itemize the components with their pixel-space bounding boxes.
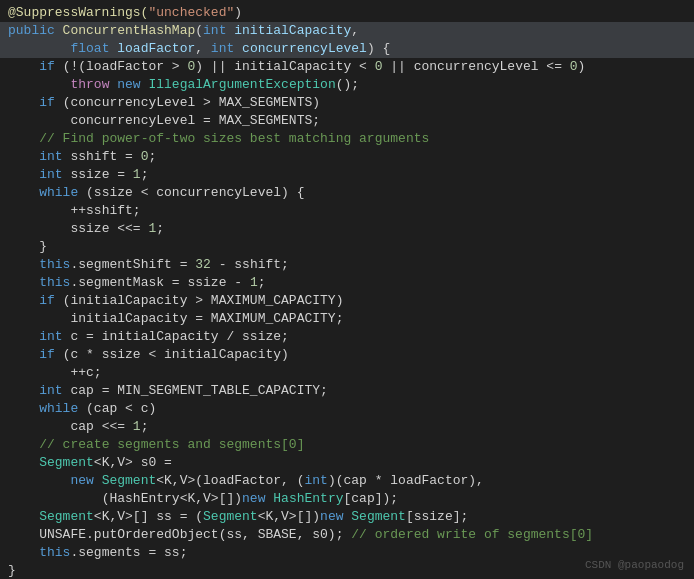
code-line: } — [0, 238, 694, 256]
code-line: int ssize = 1; — [0, 166, 694, 184]
code-token: new — [320, 509, 351, 524]
code-token: new — [117, 77, 148, 92]
code-token — [8, 419, 70, 434]
code-token: 32 — [195, 257, 211, 272]
watermark: CSDN @paopaodog — [585, 559, 684, 571]
code-token: ++c; — [70, 365, 101, 380]
code-line: float loadFactor, int concurrencyLevel) … — [0, 40, 694, 58]
code-token: ConcurrentHashMap — [63, 23, 196, 38]
code-line: (HashEntry<K,V>[])new HashEntry[cap]); — [0, 490, 694, 508]
code-line: throw new IllegalArgumentException(); — [0, 76, 694, 94]
code-token: sshift = — [70, 149, 140, 164]
code-token: initialCapacity = MAXIMUM_CAPACITY; — [70, 311, 343, 326]
code-token: // Find power-of-two sizes best matching… — [39, 131, 429, 146]
code-token — [8, 203, 70, 218]
code-token: c = initialCapacity / ssize; — [70, 329, 288, 344]
code-line: ssize <<= 1; — [0, 220, 694, 238]
code-token: <K,V>(loadFactor, ( — [156, 473, 304, 488]
code-token — [8, 383, 39, 398]
code-token: UNSAFE.putOrderedObject(ss, SBASE, s0); — [39, 527, 351, 542]
code-token: (ssize < concurrencyLevel) { — [78, 185, 304, 200]
code-token: initialCapacity — [234, 23, 351, 38]
code-token — [8, 59, 39, 74]
code-token: ; — [148, 149, 156, 164]
code-line: Segment<K,V>[] ss = (Segment<K,V>[])new … — [0, 508, 694, 526]
code-token: (c * ssize < initialCapacity) — [55, 347, 289, 362]
code-line: @SuppressWarnings("unchecked") — [0, 4, 694, 22]
code-token: Segment — [39, 455, 94, 470]
code-line: cap <<= 1; — [0, 418, 694, 436]
code-token: [cap]); — [344, 491, 399, 506]
code-token: cap = MIN_SEGMENT_TABLE_CAPACITY; — [70, 383, 327, 398]
code-token — [8, 509, 39, 524]
code-token — [8, 221, 70, 236]
code-token: ssize <<= — [70, 221, 148, 236]
code-token: (concurrencyLevel > MAX_SEGMENTS) — [55, 95, 320, 110]
code-line: this.segmentShift = 32 - sshift; — [0, 256, 694, 274]
code-line: concurrencyLevel = MAX_SEGMENTS; — [0, 112, 694, 130]
code-token: <K,V>[]) — [258, 509, 320, 524]
code-token: int — [39, 167, 70, 182]
code-token: (!(loadFactor > — [55, 59, 188, 74]
code-token: ) || initialCapacity < — [195, 59, 374, 74]
code-token: Segment — [351, 509, 406, 524]
code-token — [8, 365, 70, 380]
code-line: public ConcurrentHashMap(int initialCapa… — [0, 22, 694, 40]
code-token: Segment — [102, 473, 157, 488]
code-token — [8, 95, 39, 110]
code-token — [8, 527, 39, 542]
code-token: int — [304, 473, 327, 488]
code-line: this.segmentMask = ssize - 1; — [0, 274, 694, 292]
code-token: , — [351, 23, 359, 38]
code-token: <K,V> s0 = — [94, 455, 172, 470]
code-token: .segmentShift = — [70, 257, 195, 272]
code-token: ++sshift; — [70, 203, 140, 218]
code-token: (cap < c) — [78, 401, 156, 416]
code-token — [8, 275, 39, 290]
code-token: float — [70, 41, 117, 56]
code-token — [8, 293, 39, 308]
code-token: ; — [258, 275, 266, 290]
code-token: ( — [195, 23, 203, 38]
code-token: || concurrencyLevel <= — [383, 59, 570, 74]
code-token: this — [39, 257, 70, 272]
code-token: public — [8, 23, 63, 38]
code-token: .segmentMask = ssize - — [70, 275, 249, 290]
code-token: 1 — [133, 419, 141, 434]
code-token: )(cap * loadFactor), — [328, 473, 484, 488]
code-token: while — [39, 401, 78, 416]
code-token: ssize = — [70, 167, 132, 182]
code-line: UNSAFE.putOrderedObject(ss, SBASE, s0); … — [0, 526, 694, 544]
code-token — [8, 149, 39, 164]
code-token: new — [242, 491, 273, 506]
code-token — [8, 239, 39, 254]
code-token: while — [39, 185, 78, 200]
code-token — [8, 401, 39, 416]
code-token: } — [8, 563, 16, 578]
code-line: // create segments and segments[0] — [0, 436, 694, 454]
code-token: int — [39, 149, 70, 164]
code-token: - sshift; — [211, 257, 289, 272]
code-line: ++sshift; — [0, 202, 694, 220]
code-line: if (!(loadFactor > 0) || initialCapacity… — [0, 58, 694, 76]
code-token: new — [70, 473, 101, 488]
code-line: while (cap < c) — [0, 400, 694, 418]
code-token — [8, 329, 39, 344]
code-token: if — [39, 347, 55, 362]
code-token: cap <<= — [70, 419, 132, 434]
code-token: 0 — [375, 59, 383, 74]
code-token: <K,V>[] ss = ( — [94, 509, 203, 524]
code-token: // ordered write of segments[0] — [351, 527, 593, 542]
code-token: throw — [70, 77, 117, 92]
code-token: (initialCapacity > MAXIMUM_CAPACITY) — [55, 293, 344, 308]
code-token: this — [39, 545, 70, 560]
code-token: Segment — [39, 509, 94, 524]
code-viewer: @SuppressWarnings("unchecked")public Con… — [0, 0, 694, 579]
code-token: .segments = ss; — [70, 545, 187, 560]
code-line: int sshift = 0; — [0, 148, 694, 166]
code-token: Segment — [203, 509, 258, 524]
code-line: while (ssize < concurrencyLevel) { — [0, 184, 694, 202]
code-token: // create segments and segments[0] — [39, 437, 304, 452]
code-token: this — [39, 275, 70, 290]
code-token — [8, 131, 39, 146]
